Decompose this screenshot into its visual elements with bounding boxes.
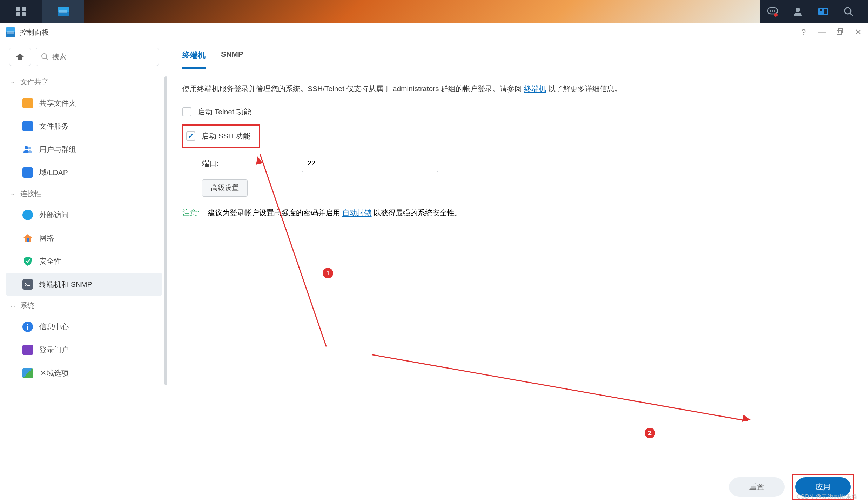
annotation-badge-2: 2 — [645, 428, 655, 438]
ssh-option[interactable]: 启动 SSH 功能 — [186, 129, 250, 143]
sidebar-item-regional[interactable]: 区域选项 — [6, 362, 162, 385]
sidebar-item-info-center[interactable]: 信息中心 — [6, 315, 162, 338]
tab-snmp[interactable]: SNMP — [221, 50, 243, 68]
system-taskbar — [0, 0, 868, 23]
svg-rect-17 — [23, 281, 33, 288]
home-button[interactable] — [9, 48, 31, 66]
desktop-background — [84, 0, 760, 23]
file-icon — [22, 121, 33, 131]
help-button[interactable]: ? — [799, 28, 808, 37]
port-input[interactable] — [302, 155, 438, 172]
svg-rect-10 — [837, 30, 841, 34]
section-file-share[interactable]: ︿文件共享 — [0, 72, 168, 92]
svg-point-12 — [42, 54, 47, 59]
svg-point-15 — [28, 147, 31, 149]
tab-bar: 终端机 SNMP — [168, 41, 868, 68]
ssh-highlight-box: 启动 SSH 功能 — [182, 124, 260, 148]
svg-rect-11 — [839, 29, 843, 33]
grid-icon — [16, 7, 26, 16]
svg-point-2 — [772, 10, 773, 12]
svg-rect-21 — [27, 326, 28, 330]
chevron-up-icon: ︿ — [11, 191, 15, 197]
svg-point-20 — [27, 324, 28, 325]
footer-buttons: 重置 应用 — [168, 468, 868, 500]
network-icon — [22, 233, 33, 243]
sidebar-item-external-access[interactable]: 外部访问 — [6, 203, 162, 227]
terminal-help-link[interactable]: 终端机 — [524, 85, 546, 93]
watermark: CSDN @云边的快乐猫 — [796, 493, 857, 500]
control-panel-icon — [6, 27, 15, 37]
sidebar-item-network[interactable]: 网络 — [6, 227, 162, 250]
region-icon — [22, 368, 33, 378]
svg-point-14 — [25, 146, 28, 149]
svg-point-3 — [774, 10, 775, 12]
section-system[interactable]: ︿系统 — [0, 296, 168, 315]
svg-point-1 — [770, 10, 771, 12]
main-menu-button[interactable] — [0, 0, 42, 23]
tab-terminal[interactable]: 终端机 — [182, 50, 206, 69]
section-connectivity[interactable]: ︿连接性 — [0, 184, 168, 203]
auto-block-link[interactable]: 自动封锁 — [342, 209, 372, 217]
advanced-settings-button[interactable]: 高级设置 — [202, 179, 248, 197]
folder-icon — [22, 98, 33, 108]
sidebar-item-shared-folder[interactable]: 共享文件夹 — [6, 92, 162, 115]
ssh-checkbox[interactable] — [186, 131, 195, 141]
control-panel-icon — [58, 7, 69, 16]
sidebar-item-file-services[interactable]: 文件服务 — [6, 115, 162, 138]
svg-line-9 — [850, 13, 853, 16]
annotation-badge-1: 1 — [323, 268, 333, 278]
intro-text: 使用终端机服务登录并管理您的系统。SSH/Telnet 仅支持从属于 admin… — [182, 82, 854, 95]
svg-point-8 — [845, 8, 851, 14]
ldap-icon — [22, 167, 33, 178]
search-field[interactable] — [36, 48, 159, 66]
close-button[interactable]: ✕ — [854, 28, 862, 37]
sidebar-scrollbar[interactable] — [164, 76, 167, 385]
widgets-icon[interactable] — [810, 0, 836, 23]
control-panel-window: 控制面板 ? — ✕ ︿文件共享 共享文件夹 文件服务 用户与群组 — [0, 23, 868, 500]
window-titlebar: 控制面板 ? — ✕ — [0, 23, 868, 41]
search-input[interactable] — [52, 53, 154, 61]
telnet-checkbox[interactable] — [182, 107, 191, 116]
svg-rect-6 — [820, 9, 822, 11]
users-icon — [22, 144, 33, 155]
svg-rect-7 — [824, 9, 827, 14]
sidebar-item-ldap[interactable]: 域/LDAP — [6, 161, 162, 184]
chevron-up-icon: ︿ — [11, 79, 15, 85]
chevron-up-icon: ︿ — [11, 303, 15, 309]
svg-rect-16 — [27, 238, 29, 242]
taskbar-control-panel[interactable] — [42, 0, 84, 23]
user-icon[interactable] — [785, 0, 810, 23]
search-icon — [41, 53, 49, 61]
shield-icon — [22, 256, 33, 266]
telnet-option[interactable]: 启动 Telnet 功能 — [182, 105, 854, 119]
info-icon — [22, 322, 33, 332]
tab-content: 使用终端机服务登录并管理您的系统。SSH/Telnet 仅支持从属于 admin… — [168, 68, 868, 468]
window-title: 控制面板 — [20, 27, 799, 37]
telnet-label: 启动 Telnet 功能 — [198, 107, 251, 117]
sidebar-item-users-groups[interactable]: 用户与群组 — [6, 138, 162, 161]
portal-icon — [22, 345, 33, 355]
port-label: 端口: — [202, 158, 293, 168]
search-icon[interactable] — [836, 0, 861, 23]
sidebar-item-security[interactable]: 安全性 — [6, 250, 162, 273]
ssh-label: 启动 SSH 功能 — [202, 131, 250, 141]
sidebar-item-terminal-snmp[interactable]: 终端机和 SNMP — [6, 273, 162, 296]
port-row: 端口: — [202, 155, 854, 172]
main-panel: 终端机 SNMP 使用终端机服务登录并管理您的系统。SSH/Telnet 仅支持… — [168, 41, 868, 500]
reset-button[interactable]: 重置 — [729, 477, 785, 497]
globe-icon — [22, 210, 33, 220]
home-icon — [15, 53, 25, 61]
svg-point-4 — [796, 8, 800, 12]
annotation-arrowhead-2 — [742, 415, 751, 423]
notifications-icon[interactable] — [760, 0, 785, 23]
sidebar: ︿文件共享 共享文件夹 文件服务 用户与群组 域/LDAP ︿连接性 外部访问 … — [0, 41, 168, 500]
terminal-icon — [22, 279, 33, 290]
sidebar-item-login-portal[interactable]: 登录门户 — [6, 338, 162, 362]
maximize-button[interactable] — [836, 28, 844, 37]
minimize-button[interactable]: — — [817, 28, 826, 37]
svg-line-13 — [46, 58, 48, 60]
note-text: 注意: 建议为登录帐户设置高强度的密码并启用 自动封锁 以获得最强的系统安全性。 — [182, 207, 854, 219]
